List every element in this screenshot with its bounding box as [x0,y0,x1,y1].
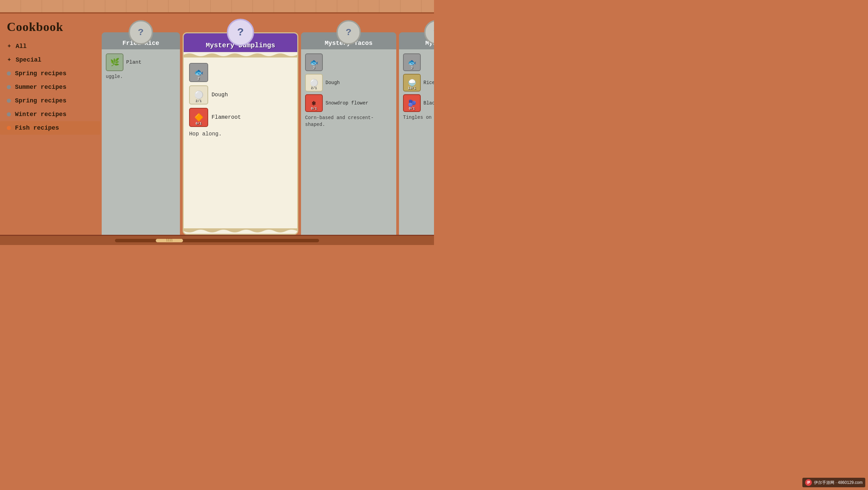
sidebar-item-spring1[interactable]: Spring recipes [0,67,100,80]
sidebar-item-special[interactable]: + Special [0,53,100,67]
ingredient-icon-dough-3: ⚪ 2/1 [305,74,323,92]
card-body-2: Mystery Dumplings 🐟 2 [183,32,298,235]
ingredient-row-mystery-4: 🐟 3 [403,53,434,71]
dot-icon-winter [7,112,11,116]
card-icon-3: ? [336,20,361,45]
fish-icon-3: 🐟 [310,58,318,67]
app-container: Cookbook + All + Special Spring recipes … [0,0,434,245]
card-body-1: Fried Rice 🌿 Plant uggle. [102,32,180,235]
count-badge-mystery-3: 3 [313,66,315,70]
ingredient-row-snowdrop: ❄️ 0/1 Snowdrop flower [305,94,392,112]
scrollbar-thumb[interactable]: 1111 [156,239,183,242]
sidebar-item-winter[interactable]: Winter recipes [0,108,100,121]
card-mystery-dumplings[interactable]: ? Mystery Dumplings [183,14,298,235]
card-icon-area-3: ? [301,14,396,32]
question-mark-3: ? [346,27,352,38]
ingredient-row-mystery-fish: 🐟 2 [189,63,292,82]
count-badge-dough-2: 2/1 [196,99,202,103]
card-icon-2: ? [227,19,254,46]
ingredient-name-dough-2: Dough [212,92,228,98]
sidebar-item-fish[interactable]: Fish recipes [0,121,100,135]
question-mark-2: ? [237,26,244,39]
ingredient-name-plant: Plant [126,60,141,65]
fish-icon-1: 🐟 [194,68,203,77]
ingredient-icon-dough-2: ⚪ 2/1 [189,85,208,104]
card-mystery-4[interactable]: ? Myster 🐟 3 [399,14,434,235]
count-badge-snowdrop: 0/1 [311,107,317,111]
ingredient-icon-rice: 🍚 10/1 [403,74,421,92]
dot-icon-spring2 [7,99,11,103]
flameroot-icon: 🔶 [194,113,203,122]
ingredient-icon-mystery-4: 🐟 3 [403,53,421,71]
sidebar-item-all[interactable]: + All [0,39,100,53]
ingredient-icon-plant: 🌿 [106,53,123,71]
card-fried-rice[interactable]: ? Fried Rice 🌿 Plant uggle. [102,14,180,235]
card-icon-area-4: ? [399,14,434,32]
dough-icon-2: ⚪ [194,91,203,100]
question-mark-4: ? [434,27,434,38]
ingredient-name-dough-3: Dough [326,80,340,85]
count-badge-dough-3: 2/1 [311,86,317,90]
card-content-1: 🌿 Plant uggle. [102,49,180,235]
ingredient-row-flameroot: 🔶 0/1 Flameroot [189,108,292,127]
sidebar-item-summer[interactable]: Summer recipes [0,80,100,94]
dot-icon-spring1 [7,71,11,76]
card-body-3: Mystery Tacos 🐟 3 ⚪ [301,32,396,235]
card-content-3: 🐟 3 ⚪ 2/1 Dough [301,49,396,235]
main-content: Cookbook + All + Special Spring recipes … [0,14,434,235]
count-badge-rice: 10/1 [408,86,416,90]
dot-icon-fish [7,126,11,130]
count-badge-mystery-4: 3 [411,66,413,70]
ingredient-row-blackp: 🫐 0/1 Black P [403,94,434,112]
ingredient-name-blackp: Black P [423,100,434,106]
app-title: Cookbook [0,17,100,39]
ingredient-row-plant: 🌿 Plant [106,53,176,71]
plus-icon: + [7,44,12,49]
plus-icon-special: + [7,58,12,62]
sidebar-item-spring2[interactable]: Spring recipes [0,94,100,108]
card-desc-3: Corn-based and crescent-shaped. [305,115,392,128]
count-badge-flameroot: 0/1 [196,122,202,126]
sidebar-label-spring1: Spring recipes [15,70,66,77]
question-mark-1: ? [138,27,144,38]
ingredient-icon-mystery-1: 🐟 2 [189,63,208,82]
ingredient-row-dough-2: ⚪ 2/1 Dough [189,85,292,104]
sidebar-label-fish: Fish recipes [15,125,59,131]
ingredient-row-dough-3: ⚪ 2/1 Dough [305,74,392,92]
sidebar-label-special: Special [16,56,41,63]
dot-icon-summer [7,85,11,89]
sidebar-label-winter: Winter recipes [15,111,66,118]
cards-area: ? Fried Rice 🌿 Plant uggle. [100,14,434,235]
blackberry-icon: 🫐 [408,99,416,108]
rice-icon: 🍚 [408,79,416,87]
card-icon-1: ? [129,20,153,45]
ingredient-row-rice: 🍚 10/1 Rice [403,74,434,92]
bottom-scrollbar-area: 1111 [0,235,434,245]
card-icon-area-2: ? [183,14,298,32]
card-desc-4: Tingles on the [403,115,434,120]
ingredient-name-snowdrop: Snowdrop flower [326,100,368,106]
ingredient-name-flameroot: Flameroot [212,114,241,120]
ingredient-row-mystery-3: 🐟 3 [305,53,392,71]
dough-icon-3: ⚪ [310,79,318,87]
card-desc-2: Hop along. [189,131,292,137]
wavy-bottom-2 [184,228,297,234]
ingredient-icon-flameroot: 🔶 0/1 [189,108,208,127]
fish-icon-4: 🐟 [408,58,416,67]
ingredient-name-rice: Rice [423,80,434,85]
ingredient-icon-blackp: 🫐 0/1 [403,94,421,112]
card-mystery-tacos[interactable]: ? Mystery Tacos 🐟 3 [301,14,396,235]
top-border [0,0,434,14]
sidebar: Cookbook + All + Special Spring recipes … [0,14,100,235]
scrollbar-track: 1111 [115,239,319,242]
ingredient-icon-mystery-3: 🐟 3 [305,53,323,71]
snowdrop-icon: ❄️ [312,99,316,108]
card-content-2: 🐟 2 ⚪ 2/1 Dough [184,58,297,228]
card-content-4: 🐟 3 🍚 10/1 Rice [399,49,434,235]
sidebar-label-spring2: Spring recipes [15,97,66,104]
sidebar-label-summer: Summer recipes [15,84,66,91]
card-icon-area-1: ? [102,14,180,32]
count-badge-1: 2 [198,77,200,81]
card-desc-1: uggle. [106,74,176,79]
count-badge-blackp: 0/1 [409,107,415,111]
